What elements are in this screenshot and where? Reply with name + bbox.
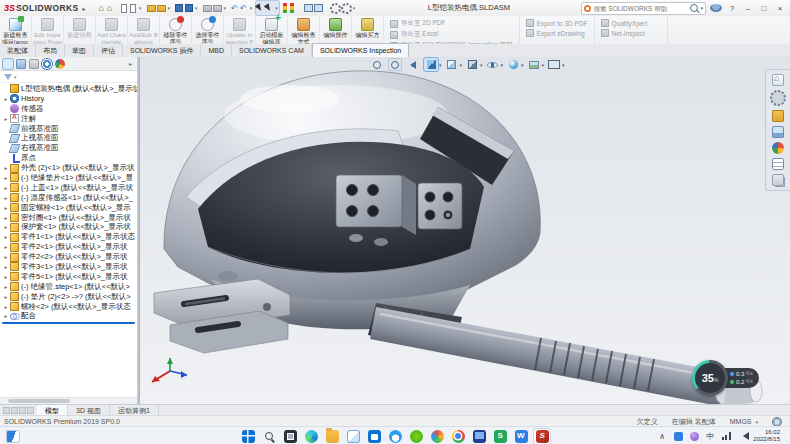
view-tool-icon[interactable] <box>388 58 402 71</box>
taskbar-app-button[interactable] <box>240 429 256 444</box>
search-input[interactable] <box>593 5 688 12</box>
tree-item[interactable]: ▸ 固定螺栓<1> (默认<<默认>_显示 <box>0 203 137 213</box>
expand-arrow-icon[interactable]: ▸ <box>3 195 9 201</box>
tray-icon[interactable] <box>689 432 699 441</box>
ribbon-button[interactable]: Edit Inspection Project <box>32 16 64 44</box>
tree-item[interactable]: ▸ (-) 上盖<1> (默认<<默认>_显示状 <box>0 183 137 193</box>
manager-tab-icon[interactable] <box>16 59 26 69</box>
tree-item[interactable]: 右视基准面 <box>0 143 137 153</box>
ribbon-button[interactable]: 新建检查项目(amp;N) <box>0 16 32 44</box>
tree-item[interactable]: ▸ 零件2<2> (默认<<默认>_显示状 <box>0 252 137 262</box>
tree-item[interactable]: ▸ (-) 垫片 (2)<2> ->? (默认<<默认> <box>0 292 137 302</box>
chevron-down-icon[interactable]: ▾ <box>542 62 545 68</box>
expand-arrow-icon[interactable]: ▸ <box>3 96 9 102</box>
taskbar-clock[interactable]: 16:02 2022/8/15 <box>753 429 784 443</box>
ribbon-button[interactable]: Add Characteristic <box>96 16 128 44</box>
taskbar-app-button[interactable] <box>303 429 319 444</box>
command-tab[interactable]: 布局 <box>36 44 65 57</box>
task-pane-tab-icon[interactable] <box>770 90 786 106</box>
expand-arrow-icon[interactable]: ▸ <box>3 175 9 181</box>
chevron-down-icon[interactable]: ▾ <box>275 5 278 11</box>
taskbar-app-button[interactable] <box>471 429 487 444</box>
taskbar-app-button[interactable] <box>261 429 277 444</box>
view-tool-icon[interactable] <box>406 58 420 71</box>
expand-arrow-icon[interactable]: ▸ <box>3 205 9 211</box>
view-tool-icon[interactable] <box>486 58 500 71</box>
graphics-area[interactable]: ▾ ▾ ▾ ▾ <box>140 57 790 404</box>
ribbon-button[interactable]: Update Inspection Project <box>224 16 256 44</box>
rollback-bar[interactable] <box>2 322 135 324</box>
command-tab[interactable]: SOLIDWORKS Inspection <box>312 43 409 57</box>
search-caret-icon[interactable]: ▾ <box>700 5 703 11</box>
view-tool[interactable]: ▾ <box>527 58 545 71</box>
expand-arrow-icon[interactable]: ▸ <box>3 294 9 300</box>
search-box[interactable]: ▾ <box>581 2 706 15</box>
taskbar-app-button[interactable] <box>282 429 298 444</box>
chevron-down-icon[interactable]: ▾ <box>521 62 524 68</box>
export-menu-item[interactable]: Export to 3D PDF <box>526 19 588 27</box>
tree-item[interactable]: ▸ (-) 绝缘管.step<1> (默认<<默认> <box>0 282 137 292</box>
filter-caret-icon[interactable]: ▾ <box>14 74 17 80</box>
tree-item[interactable]: 前视基准面 <box>0 124 137 134</box>
view-tool[interactable]: ▾ <box>465 58 483 71</box>
tab-nav-icon[interactable] <box>3 407 10 414</box>
expand-arrow-icon[interactable]: ▸ <box>3 313 9 319</box>
quick-access-button[interactable] <box>303 2 326 15</box>
ribbon-button[interactable]: 新建快照 <box>64 16 96 44</box>
chevron-down-icon[interactable]: ▾ <box>562 62 565 68</box>
chevron-down-icon[interactable]: ▾ <box>353 5 356 11</box>
command-tab[interactable]: 评估 <box>94 44 123 57</box>
tab-nav-buttons[interactable] <box>0 407 37 414</box>
ribbon-button[interactable]: 编辑操作 <box>320 16 352 44</box>
ribbon-button[interactable]: 移除零件序号 <box>160 16 192 44</box>
task-pane-tab-icon[interactable] <box>772 110 784 122</box>
task-pane-tab-icon[interactable] <box>772 174 784 186</box>
taskbar-app-button[interactable] <box>492 429 508 444</box>
manager-tab-icon[interactable] <box>42 59 52 69</box>
expand-arrow-icon[interactable]: ▸ <box>3 185 9 191</box>
chevron-down-icon[interactable]: ▾ <box>250 5 253 11</box>
command-tab[interactable]: 装配体 <box>0 44 36 57</box>
chevron-down-icon[interactable]: ▾ <box>224 5 227 11</box>
expand-arrow-icon[interactable]: ▸ <box>3 244 9 250</box>
view-tool[interactable]: ▾ <box>547 58 565 71</box>
chevron-down-icon[interactable]: ▾ <box>168 5 171 11</box>
view-tool-icon[interactable] <box>445 58 459 71</box>
command-tab[interactable]: SOLIDWORKS 插件 <box>123 44 201 57</box>
search-scope-icon[interactable] <box>584 5 591 12</box>
ribbon-button[interactable]: 编辑买方 <box>352 16 384 44</box>
expand-arrow-icon[interactable]: ▸ <box>3 234 9 240</box>
manager-tab-icon[interactable] <box>3 59 13 69</box>
expand-arrow-icon[interactable]: ▸ <box>3 215 9 221</box>
manager-tab-icon[interactable] <box>29 59 39 69</box>
tree-item[interactable]: ▸ History <box>0 94 137 104</box>
tags-globe-icon[interactable] <box>772 417 782 427</box>
taskbar-app-button[interactable] <box>345 429 361 444</box>
tree-item[interactable]: ▸ (-) 温度传感器<1> (默认<<默认>_ <box>0 193 137 203</box>
quick-access-button[interactable] <box>282 2 300 15</box>
chevron-down-icon[interactable]: ▾ <box>139 5 142 11</box>
tree-item[interactable]: ▸ 零件3<1> (默认<<默认>_显示状 <box>0 262 137 272</box>
expand-arrow-icon[interactable]: ▸ <box>3 165 9 171</box>
chevron-down-icon[interactable]: ▾ <box>480 62 483 68</box>
taskbar-app-button[interactable] <box>450 429 466 444</box>
export-menu-item[interactable]: Export eDrawing <box>526 29 588 37</box>
view-tool[interactable]: ▾ <box>424 58 442 71</box>
filter-icon[interactable] <box>4 74 12 80</box>
view-tool-icon[interactable] <box>547 58 561 71</box>
tray-icon[interactable] <box>673 432 683 441</box>
tab-nav-icon[interactable] <box>19 407 26 414</box>
view-tool-icon[interactable] <box>370 58 384 71</box>
quick-access-button[interactable]: ▾ <box>174 2 199 15</box>
view-tool[interactable] <box>406 58 421 71</box>
taskbar-app-button[interactable] <box>513 429 529 444</box>
expand-arrow-icon[interactable]: ▸ <box>3 284 9 290</box>
command-tab[interactable]: 草图 <box>65 44 94 57</box>
tree-item[interactable]: ▸ 保护套<1> (默认<<默认>_显示状 <box>0 222 137 232</box>
tree-item[interactable]: ▸ 零件1<1> (默认<<默认>_显示状态 <box>0 232 137 242</box>
view-tool[interactable]: ▾ <box>445 58 463 71</box>
tray-icon[interactable]: ∧ <box>657 432 667 441</box>
tray-icon[interactable] <box>721 432 731 440</box>
expand-arrow-icon[interactable]: ▸ <box>3 274 9 280</box>
tree-item[interactable]: 上视基准面 <box>0 133 137 143</box>
